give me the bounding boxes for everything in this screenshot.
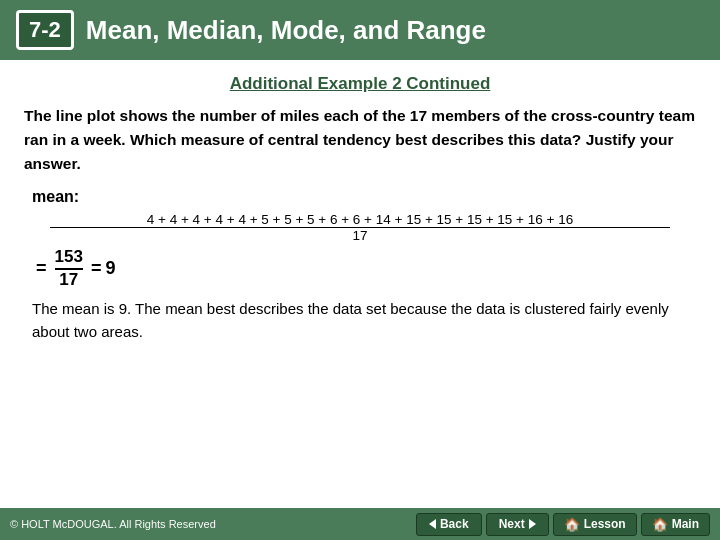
lesson-badge: 7-2	[16, 10, 74, 50]
mean-label: mean:	[32, 188, 696, 206]
back-button[interactable]: Back	[416, 513, 482, 536]
main-button[interactable]: 🏠 Main	[641, 513, 710, 536]
footer: © HOLT McDOUGAL. All Rights Reserved Bac…	[0, 508, 720, 540]
equals-middle: =	[91, 258, 102, 279]
main-label: Main	[672, 517, 699, 531]
fraction-block: = 153 17 = 9	[32, 247, 696, 291]
back-label: Back	[440, 517, 469, 531]
sum-denominator: 17	[50, 227, 670, 243]
bottom-text: The mean is 9. The mean best describes t…	[32, 297, 696, 344]
result-value: 9	[105, 258, 115, 279]
fraction: 153 17	[55, 247, 83, 291]
next-button[interactable]: Next	[486, 513, 549, 536]
next-arrow-icon	[529, 519, 536, 529]
equals-prefix: =	[36, 258, 47, 279]
fraction-numerator: 153	[55, 247, 83, 270]
content: The line plot shows the number of miles …	[0, 104, 720, 343]
lesson-label: Lesson	[584, 517, 626, 531]
sum-expression: 4 + 4 + 4 + 4 + 4 + 5 + 5 + 5 + 6 + 6 + …	[24, 212, 696, 227]
next-label: Next	[499, 517, 525, 531]
lesson-house-icon: 🏠	[564, 517, 580, 532]
back-arrow-icon	[429, 519, 436, 529]
footer-buttons: Back Next 🏠 Lesson 🏠 Main	[416, 513, 710, 536]
header-title: Mean, Median, Mode, and Range	[86, 15, 486, 46]
main-text: The line plot shows the number of miles …	[24, 104, 696, 176]
copyright: © HOLT McDOUGAL. All Rights Reserved	[10, 518, 216, 530]
fraction-denominator: 17	[59, 270, 78, 290]
subtitle: Additional Example 2 Continued	[0, 74, 720, 94]
header: 7-2 Mean, Median, Mode, and Range	[0, 0, 720, 60]
main-house-icon: 🏠	[652, 517, 668, 532]
lesson-button[interactable]: 🏠 Lesson	[553, 513, 637, 536]
